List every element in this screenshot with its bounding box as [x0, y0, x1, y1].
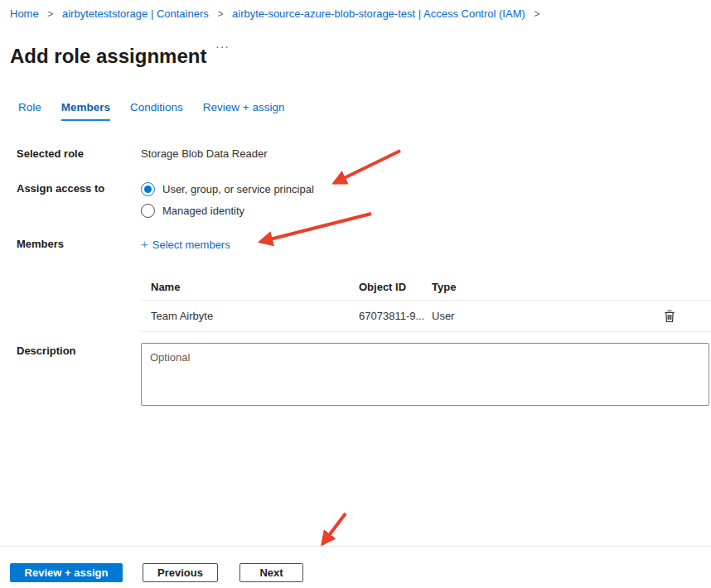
trash-icon	[663, 309, 676, 324]
radio-unselected-icon	[141, 204, 155, 218]
breadcrumb-chevron-icon: >	[534, 8, 539, 20]
breadcrumb-link-access-control[interactable]: airbyte-source-azure-blob-storage-test |…	[232, 7, 525, 20]
breadcrumb-chevron-icon: >	[47, 8, 53, 20]
annotation-arrow-radio	[334, 151, 400, 183]
tab-conditions[interactable]: Conditions	[130, 101, 183, 121]
description-input[interactable]	[141, 343, 709, 406]
selected-role-value: Storage Blob Data Reader	[141, 147, 267, 160]
remove-member-button[interactable]	[660, 306, 680, 326]
tab-role[interactable]: Role	[18, 101, 41, 121]
breadcrumb-link-storage-containers[interactable]: airbyteteststorage | Containers	[62, 7, 209, 20]
selected-role-label: Selected role	[17, 147, 84, 160]
select-members-link[interactable]: +Select members	[141, 237, 230, 251]
annotation-arrow-next	[322, 513, 346, 544]
column-header-name: Name	[141, 281, 359, 293]
radio-option-label: Managed identity	[162, 205, 244, 217]
members-table-header: Name Object ID Type	[141, 274, 711, 300]
select-members-link-label: Select members	[152, 239, 230, 251]
breadcrumb-link-home[interactable]: Home	[10, 7, 39, 20]
member-type: User	[432, 310, 660, 322]
plus-icon: +	[141, 237, 148, 251]
radio-option-label: User, group, or service principal	[162, 183, 314, 195]
breadcrumb-chevron-icon: >	[217, 8, 223, 20]
next-button[interactable]: Next	[239, 563, 303, 582]
tab-review-assign[interactable]: Review + assign	[203, 101, 285, 121]
column-header-object-id: Object ID	[359, 281, 432, 293]
table-row: Team Airbyte 67073811-9... User	[141, 300, 711, 332]
more-options-icon[interactable]: ···	[215, 40, 230, 53]
page-title: Add role assignment	[10, 45, 206, 68]
tab-members[interactable]: Members	[61, 101, 110, 121]
member-name: Team Airbyte	[141, 310, 359, 322]
members-table: Name Object ID Type Team Airbyte 6707381…	[141, 274, 711, 332]
review-assign-button[interactable]: Review + assign	[10, 563, 123, 582]
footer-divider	[0, 546, 711, 547]
column-header-type: Type	[432, 281, 711, 293]
breadcrumb: Home > airbyteteststorage | Containers >…	[10, 7, 545, 20]
member-object-id: 67073811-9...	[359, 310, 432, 322]
radio-managed-identity[interactable]: Managed identity	[141, 200, 314, 221]
description-label: Description	[17, 345, 76, 357]
previous-button[interactable]: Previous	[143, 563, 218, 582]
tab-bar: Role Members Conditions Review + assign	[18, 101, 285, 121]
radio-user-group-service-principal[interactable]: User, group, or service principal	[141, 178, 314, 200]
members-label: Members	[17, 238, 64, 250]
radio-selected-icon	[141, 182, 155, 196]
assign-access-radio-group: User, group, or service principal Manage…	[141, 178, 314, 221]
assign-access-to-label: Assign access to	[17, 182, 104, 195]
